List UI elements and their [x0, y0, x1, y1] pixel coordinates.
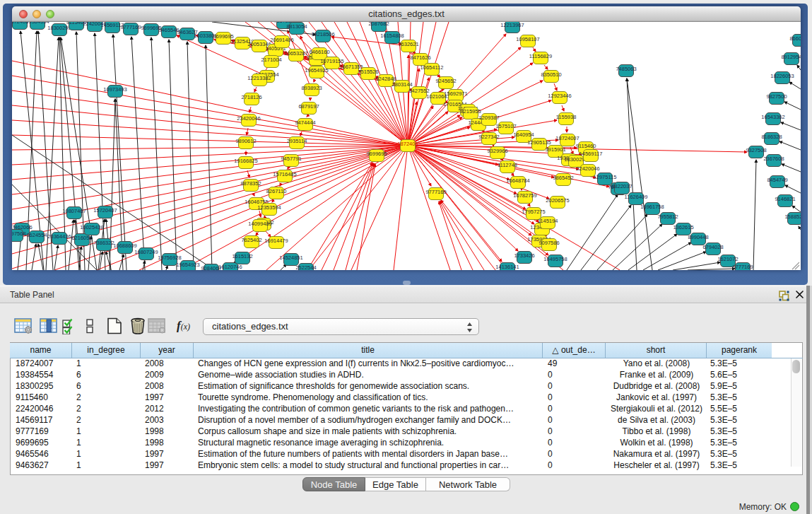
svg-text:16648784: 16648784: [506, 177, 529, 184]
svg-text:14569117: 14569117: [579, 151, 603, 157]
svg-text:16961758: 16961758: [640, 204, 664, 210]
svg-text:9890612: 9890612: [235, 138, 256, 144]
svg-text:8454749: 8454749: [767, 177, 787, 183]
svg-text:15692971: 15692971: [444, 90, 467, 97]
svg-text:7632621: 7632621: [398, 41, 418, 47]
svg-text:1621072: 1621072: [717, 256, 738, 262]
svg-text:16495758: 16495758: [543, 256, 567, 262]
svg-text:10025438: 10025438: [80, 224, 103, 230]
svg-text:16154808: 16154808: [380, 33, 404, 39]
svg-text:19654925: 19654925: [305, 67, 328, 74]
svg-text:8912954: 8912954: [781, 54, 801, 60]
svg-text:16807249: 16807249: [134, 249, 158, 255]
svg-text:1112748: 1112748: [498, 162, 517, 168]
svg-text:14524851: 14524851: [279, 255, 302, 261]
svg-text:1209387: 1209387: [478, 115, 499, 121]
svg-text:9777169: 9777169: [732, 264, 753, 270]
svg-text:16914479: 16914479: [264, 238, 288, 244]
svg-text:14099489: 14099489: [248, 221, 271, 227]
svg-text:12213967: 12213967: [500, 22, 524, 28]
svg-text:14136141: 14136141: [495, 264, 519, 270]
svg-text:10688609: 10688609: [113, 243, 136, 249]
svg-text:2935114: 2935114: [287, 138, 307, 144]
svg-text:8186328: 8186328: [761, 134, 782, 140]
svg-text:8990448: 8990448: [688, 234, 708, 240]
svg-text:2522544: 2522544: [295, 264, 316, 270]
svg-text:15720407: 15720407: [93, 207, 117, 214]
svg-text:1362615: 1362615: [673, 224, 693, 230]
svg-text:6466160: 6466160: [309, 49, 329, 55]
svg-text:19756928: 19756928: [158, 255, 181, 261]
svg-text:22420046: 22420046: [576, 165, 599, 172]
svg-text:16782759: 16782759: [513, 192, 536, 199]
svg-text:9865452: 9865452: [553, 175, 573, 181]
svg-text:9327508: 9327508: [746, 147, 766, 153]
svg-text:8813054: 8813054: [286, 23, 307, 30]
svg-text:18724007: 18724007: [555, 135, 579, 141]
svg-text:8938923: 8938923: [301, 85, 322, 91]
svg-text:19654923: 19654923: [176, 262, 199, 268]
svg-text:20691406: 20691406: [270, 37, 293, 43]
svg-text:1640954: 1640954: [513, 132, 534, 138]
svg-text:12975115: 12975115: [594, 174, 617, 180]
svg-text:12213382: 12213382: [247, 75, 271, 81]
svg-text:17957275: 17957275: [522, 209, 545, 215]
svg-text:10653287: 10653287: [284, 50, 307, 57]
svg-text:8215955: 8215955: [460, 108, 481, 115]
svg-text:18226053: 18226053: [770, 73, 794, 79]
svg-text:18300295: 18300295: [47, 25, 71, 31]
svg-text:1615132: 1615132: [232, 253, 252, 259]
svg-text:12353594: 12353594: [257, 204, 281, 211]
svg-text:19218506: 19218506: [311, 31, 334, 37]
svg-text:11156829: 11156829: [529, 53, 552, 59]
svg-text:7955812: 7955812: [657, 214, 678, 220]
svg-text:20364436: 20364436: [47, 233, 71, 240]
svg-text:9465546: 9465546: [158, 27, 179, 33]
svg-text:8267110: 8267110: [266, 188, 287, 194]
svg-text:9827500: 9827500: [766, 93, 787, 100]
svg-text:19166825: 19166825: [234, 158, 257, 164]
svg-text:6794028: 6794028: [702, 244, 723, 250]
svg-text:8471626: 8471626: [410, 54, 430, 61]
svg-text:2718126: 2718126: [241, 94, 261, 100]
svg-text:9457791: 9457791: [281, 156, 301, 162]
svg-text:9699695: 9699695: [366, 151, 387, 157]
svg-text:1872400: 1872400: [397, 141, 418, 147]
svg-text:9146821: 9146821: [775, 196, 795, 202]
svg-text:9245652: 9245652: [435, 78, 456, 84]
svg-text:12923446: 12923446: [548, 93, 571, 99]
svg-text:1575107: 1575107: [495, 123, 516, 129]
svg-text:1155938: 1155938: [556, 114, 577, 120]
svg-text:10973493: 10973493: [103, 86, 126, 93]
svg-text:12905135: 12905135: [527, 139, 551, 146]
svg-text:16120746: 16120746: [218, 264, 242, 270]
svg-text:9777169: 9777169: [120, 24, 141, 30]
svg-text:20206575: 20206575: [546, 197, 569, 204]
svg-text:6879197: 6879197: [298, 103, 319, 110]
svg-text:7625402: 7625402: [241, 237, 261, 243]
svg-text:8660124: 8660124: [789, 35, 801, 42]
svg-text:3915901: 3915901: [545, 146, 565, 153]
svg-text:9329966: 9329966: [487, 148, 507, 154]
svg-text:6497568: 6497568: [12, 230, 26, 237]
svg-text:1145194: 1145194: [538, 218, 558, 224]
svg-text:10807467: 10807467: [62, 208, 86, 214]
svg-text:19384554: 19384554: [25, 22, 49, 25]
svg-text:2171004: 2171004: [261, 57, 281, 63]
svg-text:23420046: 23420046: [237, 115, 260, 122]
svg-text:2803144: 2803144: [392, 81, 412, 88]
svg-text:10958107: 10958107: [516, 36, 539, 42]
svg-text:2087682: 2087682: [368, 22, 389, 27]
svg-text:7485063: 7485063: [616, 66, 636, 72]
svg-text:9227342: 9227342: [478, 134, 499, 140]
svg-text:7386322: 7386322: [93, 240, 114, 246]
svg-text:9474444: 9474444: [295, 119, 315, 126]
svg-text:8350510: 8350510: [541, 71, 561, 78]
svg-text:8878352: 8878352: [240, 180, 261, 187]
svg-text:16543362: 16543362: [761, 114, 784, 120]
svg-text:9115460: 9115460: [576, 143, 596, 149]
svg-text:1588520: 1588520: [784, 214, 801, 220]
svg-text:8822037: 8822037: [611, 183, 632, 189]
svg-text:15716485: 15716485: [273, 171, 296, 177]
svg-text:1733426: 1733426: [514, 252, 534, 259]
